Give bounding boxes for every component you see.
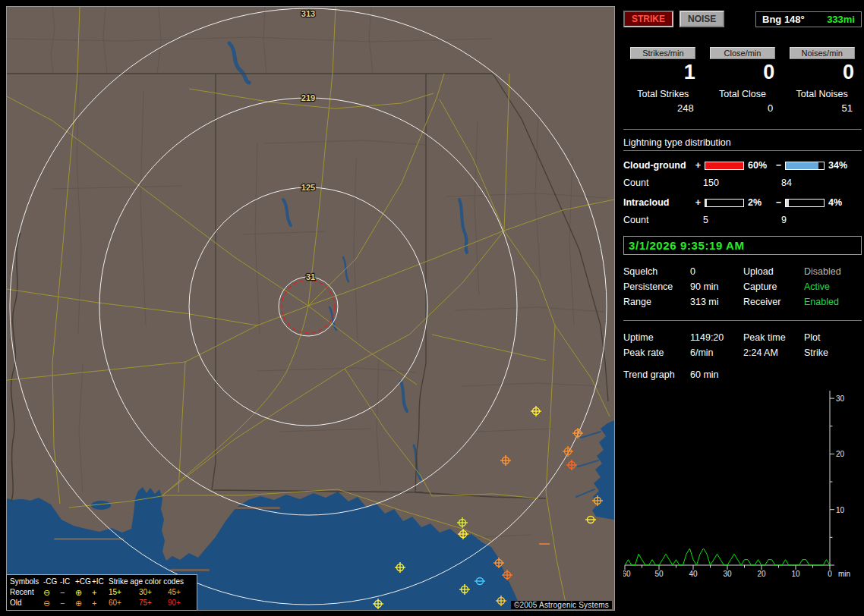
upload-label: Upload <box>743 264 804 279</box>
age-code-60: 60+ <box>109 598 139 608</box>
ic-plus-bar <box>705 199 744 207</box>
x-tick-label: 20 <box>757 570 766 578</box>
bearing-readout: Bng 148° 333mi <box>755 11 862 27</box>
strike-button[interactable]: STRIKE <box>623 11 673 27</box>
legend-header-pos-ic: +IC <box>92 577 109 587</box>
y-tick-label: 10 <box>836 506 845 514</box>
datetime-text: 3/1/2026 9:35:19 AM <box>629 239 745 252</box>
trend-window-value: 60 min <box>690 369 862 380</box>
circle-minus-icon: ⊖ <box>43 588 60 598</box>
plot-value[interactable]: Strike <box>804 345 862 360</box>
x-tick-label: 40 <box>689 570 698 578</box>
legend-header-neg-cg: -CG <box>43 577 60 587</box>
peak-time-label: Peak time <box>743 330 804 345</box>
cg-minus-pct: 34% <box>828 160 854 171</box>
cloud-ground-counts: Count 150 84 <box>623 178 862 188</box>
map-canvas[interactable]: 313 219 125 31 <box>7 7 614 610</box>
distribution-title: Lightning type distribution <box>623 137 862 151</box>
trend-graph-line <box>625 548 830 565</box>
squelch-label: Squelch <box>623 264 690 279</box>
range-ring-label: 125 <box>301 183 315 192</box>
legend-header-neg-ic: -IC <box>60 577 75 587</box>
persistence-label: Persistence <box>623 279 690 294</box>
age-code-75: 75+ <box>139 598 168 608</box>
total-strikes-value: 248 <box>623 102 703 114</box>
divider <box>623 320 862 321</box>
stats-grid: Uptime 1149:20 Peak time Plot Peak rate … <box>623 330 862 360</box>
x-tick-label: 60 <box>623 570 631 578</box>
copyright-text: ©2005 Astrogenic Systems <box>511 601 612 609</box>
datetime-display: 3/1/2026 9:35:19 AM <box>623 236 862 255</box>
persistence-value: 90 min <box>690 279 743 294</box>
ic-minus-count: 9 <box>781 215 862 225</box>
total-noises-label: Total Noises <box>782 89 862 99</box>
ic-minus-pct: 4% <box>828 197 854 208</box>
noises-per-min-chip[interactable]: Noises/min <box>790 47 855 59</box>
cg-minus-count: 84 <box>781 178 862 188</box>
peak-rate-label: Peak rate <box>623 345 690 360</box>
minus-sign: − <box>774 197 784 208</box>
age-code-15: 15+ <box>109 587 139 598</box>
receiver-label: Receiver <box>743 294 804 310</box>
total-close-value: 0 <box>703 102 783 114</box>
noises-per-min-value: 0 <box>782 61 862 84</box>
control-panel: STRIKE NOISE Bng 148° 333mi Strikes/min … <box>621 0 864 616</box>
settings-grid: Squelch 0 Upload Disabled Persistence 90… <box>623 264 862 310</box>
circle-plus-icon: ⊕ <box>75 599 92 608</box>
trend-graph: 30 20 10 60 50 40 30 20 10 0 min <box>623 385 851 582</box>
noise-button[interactable]: NOISE <box>680 11 724 27</box>
legend-header-symbols: Symbols <box>10 577 43 587</box>
trend-graph-label: Trend graph <box>623 369 690 380</box>
divider <box>623 129 862 130</box>
count-label: Count <box>623 178 703 188</box>
y-tick-label: 20 <box>836 450 845 458</box>
strikes-per-min-chip[interactable]: Strikes/min <box>630 47 695 59</box>
x-tick-label: 30 <box>723 570 732 578</box>
circle-plus-icon: ⊕ <box>75 588 92 598</box>
plus-sign: + <box>693 160 703 171</box>
cg-plus-bar <box>705 162 744 170</box>
x-tick-label: 10 <box>791 570 800 578</box>
age-code-45: 45+ <box>168 587 195 598</box>
range-value: 313 mi <box>690 294 743 310</box>
cg-minus-bar <box>785 162 825 170</box>
range-ring-label: 31 <box>306 272 315 281</box>
y-tick-label: 30 <box>836 394 845 403</box>
bearing-distance: 333mi <box>827 14 855 25</box>
axis-ticks <box>625 398 834 570</box>
ic-minus-bar <box>785 199 825 207</box>
plus-sign: + <box>693 197 703 208</box>
range-ring-label: 313 <box>301 9 315 18</box>
receiver-status: Enabled <box>804 294 862 310</box>
age-code-30: 30+ <box>139 587 168 598</box>
age-code-90: 90+ <box>168 598 195 608</box>
x-tick-label: 0 <box>828 570 832 578</box>
close-per-min-chip[interactable]: Close/min <box>710 47 775 59</box>
uptime-value: 1149:20 <box>690 330 743 345</box>
peak-rate-value: 6/min <box>690 345 743 360</box>
cg-plus-count: 150 <box>703 178 781 188</box>
capture-label: Capture <box>743 279 804 294</box>
map-legend: Symbols -CG -IC +CG +IC Strike age color… <box>6 574 197 611</box>
x-tick-label: 50 <box>654 570 664 578</box>
peak-time-value: 2:24 AM <box>743 345 804 360</box>
plus-icon: + <box>92 599 109 608</box>
ic-plus-pct: 2% <box>748 197 774 208</box>
total-strikes-label: Total Strikes <box>623 89 703 99</box>
plot-label: Plot <box>804 330 862 345</box>
trend-header: Trend graph 60 min <box>623 369 862 380</box>
total-close-label: Total Close <box>703 89 783 99</box>
intracloud-label: Intracloud <box>623 197 693 208</box>
cloud-ground-row: Cloud-ground + 60% − 34% <box>623 160 862 171</box>
legend-header-pos-cg: +CG <box>75 577 92 587</box>
legend-row-recent: Recent <box>10 587 43 598</box>
range-label: Range <box>623 294 690 310</box>
lightning-map[interactable]: 313 219 125 31 Symbols -CG -IC +CG +IC S… <box>6 6 615 611</box>
mode-buttons: STRIKE NOISE Bng 148° 333mi <box>623 11 862 27</box>
strikes-per-min-value: 1 <box>623 61 703 84</box>
count-label: Count <box>623 215 703 225</box>
plus-icon: + <box>92 588 109 598</box>
upload-status: Disabled <box>804 264 862 279</box>
range-ring-label: 219 <box>301 93 315 102</box>
squelch-value: 0 <box>690 264 743 279</box>
